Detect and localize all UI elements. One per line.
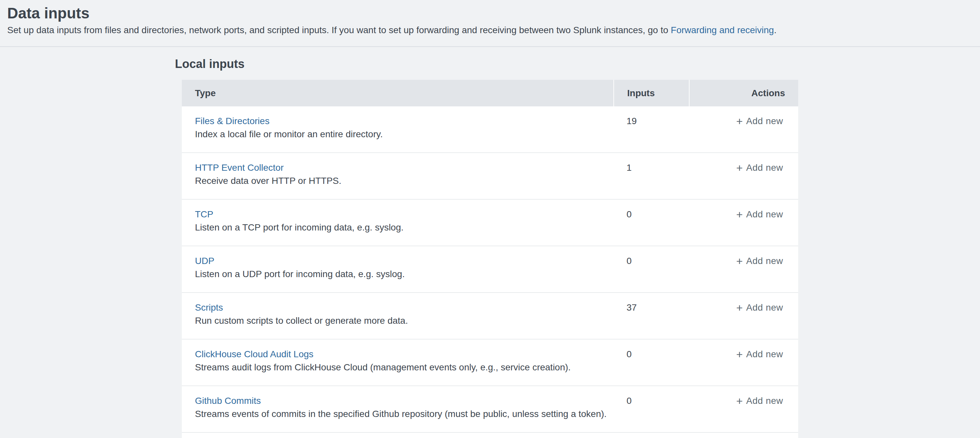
row-inputs-count: 0 <box>613 208 689 245</box>
column-header-inputs: Inputs <box>613 80 689 107</box>
plus-icon: + <box>736 301 743 314</box>
page-subtitle-period: . <box>774 25 776 35</box>
row-type-link[interactable]: ClickHouse Cloud Audit Logs <box>195 348 613 360</box>
add-new-button[interactable]: +Add new <box>736 301 783 314</box>
row-description: Receive data over HTTP or HTTPS. <box>195 175 613 187</box>
add-new-button[interactable]: +Add new <box>736 348 783 360</box>
local-inputs-section: Local inputs Type Inputs Actions Files &… <box>175 47 805 438</box>
page-subtitle-text: Set up data inputs from files and direct… <box>7 25 671 35</box>
row-inputs-count: 37 <box>613 301 689 339</box>
plus-icon: + <box>736 115 743 127</box>
add-new-label: Add new <box>746 301 783 314</box>
section-heading: Local inputs <box>175 57 805 71</box>
actions-cell: +Add new <box>689 348 798 385</box>
add-new-label: Add new <box>746 255 783 267</box>
table-row: Github Commits Streams events of commits… <box>182 386 798 433</box>
add-new-button[interactable]: +Add new <box>736 208 783 221</box>
row-type-link[interactable]: Github Commits <box>195 395 613 407</box>
row-type-link[interactable]: Scripts <box>195 301 613 314</box>
plus-icon: + <box>736 395 743 407</box>
page-title: Data inputs <box>7 4 972 22</box>
row-inputs-count: 0 <box>613 255 689 292</box>
row-inputs-count: 0 <box>613 348 689 385</box>
forwarding-and-receiving-link[interactable]: Forwarding and receiving <box>671 25 774 35</box>
inputs-table: Type Inputs Actions Files & Directories … <box>182 80 798 438</box>
plus-icon: + <box>736 162 743 174</box>
add-new-button[interactable]: +Add new <box>736 115 783 127</box>
row-type-link[interactable]: Files & Directories <box>195 115 613 127</box>
page-subtitle: Set up data inputs from files and direct… <box>7 24 972 36</box>
table-header-row: Type Inputs Actions <box>182 80 798 107</box>
add-new-button[interactable]: +Add new <box>736 162 783 174</box>
type-cell: HTTP Event Collector Receive data over H… <box>182 162 613 199</box>
row-description: Listen on a UDP port for incoming data, … <box>195 268 613 280</box>
row-inputs-count: 0 <box>613 395 689 432</box>
plus-icon: + <box>736 208 743 221</box>
table-row: Scripts Run custom scripts to collect or… <box>182 293 798 339</box>
row-description: Streams events of commits in the specifi… <box>195 408 613 420</box>
actions-cell: +Add new <box>689 255 798 292</box>
actions-cell: +Add new <box>689 162 798 199</box>
plus-icon: + <box>736 255 743 267</box>
type-cell: TCP Listen on a TCP port for incoming da… <box>182 208 613 245</box>
actions-cell: +Add new <box>689 395 798 432</box>
add-new-label: Add new <box>746 162 783 174</box>
type-cell: Files & Directories Index a local file o… <box>182 115 613 152</box>
table-row: TCP Listen on a TCP port for incoming da… <box>182 200 798 246</box>
type-cell: Scripts Run custom scripts to collect or… <box>182 301 613 339</box>
row-inputs-count: 19 <box>613 115 689 152</box>
type-cell: UDP Listen on a UDP port for incoming da… <box>182 255 613 292</box>
column-header-actions: Actions <box>689 80 798 107</box>
type-cell: Github Commits Streams events of commits… <box>182 395 613 432</box>
row-description: Index a local file or monitor an entire … <box>195 128 613 140</box>
table-row: HTTP Event Collector Receive data over H… <box>182 153 798 200</box>
table-row: Files & Directories Index a local file o… <box>182 107 798 153</box>
row-description: Streams audit logs from ClickHouse Cloud… <box>195 361 613 374</box>
table-body: Files & Directories Index a local file o… <box>182 107 798 438</box>
add-new-label: Add new <box>746 208 783 221</box>
add-new-label: Add new <box>746 395 783 407</box>
add-new-label: Add new <box>746 115 783 127</box>
type-cell: ClickHouse Cloud Audit Logs Streams audi… <box>182 348 613 385</box>
page-header: Data inputs Set up data inputs from file… <box>0 0 980 47</box>
actions-cell: +Add new <box>689 115 798 152</box>
row-inputs-count: 1 <box>613 162 689 199</box>
actions-cell: +Add new <box>689 301 798 339</box>
column-header-type: Type <box>182 80 613 107</box>
add-new-label: Add new <box>746 348 783 360</box>
row-type-link[interactable]: HTTP Event Collector <box>195 162 613 174</box>
actions-cell: +Add new <box>689 208 798 245</box>
table-row: ClickHouse Cloud Audit Logs Streams audi… <box>182 339 798 386</box>
table-row: UDP Listen on a UDP port for incoming da… <box>182 246 798 293</box>
add-new-button[interactable]: +Add new <box>736 395 783 407</box>
row-description: Run custom scripts to collect or generat… <box>195 315 613 327</box>
row-type-link[interactable]: UDP <box>195 255 613 267</box>
add-new-button[interactable]: +Add new <box>736 255 783 267</box>
plus-icon: + <box>736 348 743 360</box>
row-type-link[interactable]: TCP <box>195 208 613 221</box>
row-description: Listen on a TCP port for incoming data, … <box>195 221 613 234</box>
